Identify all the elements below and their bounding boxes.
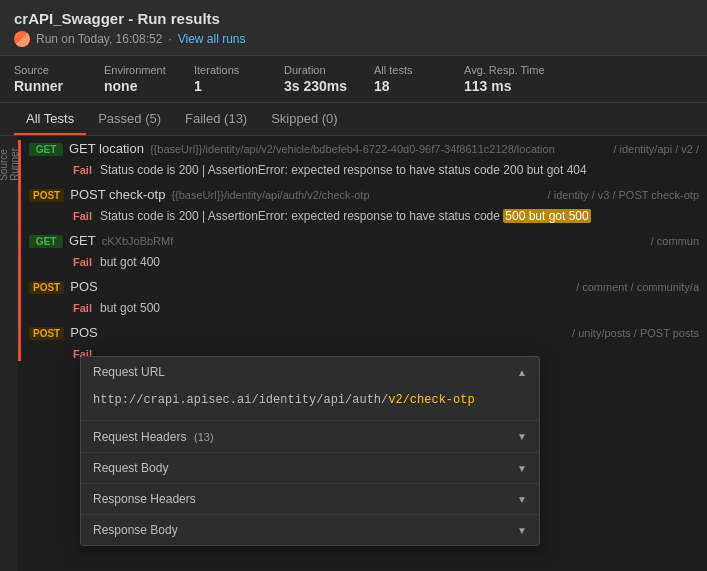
stat-tests-label: All tests: [374, 64, 444, 76]
test-row-post-check-otp: POST POST check-otp {{baseUrl}}/identity…: [21, 182, 707, 228]
dropdown-header-response-headers[interactable]: Response Headers ▼: [81, 484, 539, 514]
tab-all-tests[interactable]: All Tests: [14, 103, 86, 135]
stats-bar: Source Runner Environment none Iteration…: [0, 56, 707, 103]
stat-env-value: none: [104, 78, 174, 94]
request-body-label: Request Body: [93, 461, 168, 475]
request-url-label: Request URL: [93, 365, 165, 379]
stat-tests-value: 18: [374, 78, 444, 94]
test-section-indicator: GET GET location {{baseUrl}}/identity/ap…: [18, 136, 707, 365]
results-container: SourceRunner GET GET location {{baseUrl}…: [0, 136, 707, 571]
test-list: GET GET location {{baseUrl}}/identity/ap…: [18, 136, 707, 365]
source-runner-label: SourceRunner: [0, 144, 22, 185]
test-name-post-partial: POS: [70, 279, 97, 294]
method-badge-post3: POST: [29, 327, 64, 340]
test-main-get-partial: GET GET cKXbJoBbRMf / commun: [21, 228, 707, 253]
test-main-post-check-otp: POST POST check-otp {{baseUrl}}/identity…: [21, 182, 707, 207]
fail-sub-get-location: Fail Status code is 200 | AssertionError…: [21, 161, 707, 182]
dropdown-panel: Request URL ▲ http://crapi.apisec.ai/ide…: [80, 356, 540, 546]
stat-iter-label: Iterations: [194, 64, 264, 76]
test-name-post-posts: POS: [70, 325, 97, 340]
dropdown-section-response-body: Response Body ▼: [81, 515, 539, 545]
chevron-down-icon-resp-headers: ▼: [517, 494, 527, 505]
separator: ·: [168, 32, 171, 46]
test-main-post-posts: POST POS / unity/posts / POST posts: [21, 320, 707, 345]
test-row-get-partial: GET GET cKXbJoBbRMf / commun Fail but go…: [21, 228, 707, 274]
stat-dur-label: Duration: [284, 64, 354, 76]
tabs-bar: All Tests Passed (5) Failed (13) Skipped…: [0, 103, 707, 136]
method-badge-get: GET: [29, 143, 63, 156]
test-row-get-location: GET GET location {{baseUrl}}/identity/ap…: [21, 136, 707, 182]
method-badge-post: POST: [29, 189, 64, 202]
stat-iter-value: 1: [194, 78, 264, 94]
sidebar-source-runner: SourceRunner: [0, 136, 18, 571]
dropdown-section-request-headers: Request Headers (13) ▼: [81, 421, 539, 453]
dropdown-header-request-body[interactable]: Request Body ▼: [81, 453, 539, 483]
stat-avg-value: 113 ms: [464, 78, 545, 94]
stat-source-value: Runner: [14, 78, 84, 94]
fail-sub-post-partial: Fail but got 500: [21, 299, 707, 320]
test-rows: GET GET location {{baseUrl}}/identity/ap…: [21, 136, 707, 365]
request-url-prefix: http://crapi.apisec.ai/identity/api/auth…: [93, 393, 388, 407]
dropdown-header-response-body[interactable]: Response Body ▼: [81, 515, 539, 545]
dropdown-section-request-body: Request Body ▼: [81, 453, 539, 484]
breadcrumb-get-partial: / commun: [651, 235, 699, 247]
test-name-get-location: GET location: [69, 141, 144, 156]
fail-badge-get-location: Fail: [73, 163, 92, 176]
stat-source-label: Source: [14, 64, 84, 76]
fail-badge-get-partial: Fail: [73, 255, 92, 268]
stat-environment: Environment none: [104, 64, 194, 94]
fail-message-post-partial: but got 500: [100, 301, 699, 315]
chevron-down-icon-headers: ▼: [517, 431, 527, 442]
stat-dur-value: 3s 230ms: [284, 78, 354, 94]
fail-message-get-location: Status code is 200 | AssertionError: exp…: [100, 163, 699, 177]
dropdown-header-request-url[interactable]: Request URL ▲: [81, 357, 539, 387]
stat-env-label: Environment: [104, 64, 174, 76]
postman-icon: [14, 31, 30, 47]
stat-all-tests: All tests 18: [374, 64, 464, 94]
breadcrumb-post-check-otp: / identity / v3 / POST check-otp: [548, 189, 699, 201]
fail-message-get-partial: but got 400: [100, 255, 699, 269]
test-url-post-check-otp: {{baseUrl}}/identity/api/auth/v2/check-o…: [171, 189, 541, 201]
test-main-post-partial: POST POS / comment / community/a: [21, 274, 707, 299]
breadcrumb-get-location: / identity/api / v2 /: [613, 143, 699, 155]
response-body-label: Response Body: [93, 523, 178, 537]
dropdown-section-response-headers: Response Headers ▼: [81, 484, 539, 515]
tab-failed[interactable]: Failed (13): [173, 103, 259, 135]
request-headers-row: Request Headers (13): [93, 429, 214, 444]
view-all-runs-link[interactable]: View all runs: [178, 32, 246, 46]
breadcrumb-post-posts: / unity/posts / POST posts: [572, 327, 699, 339]
test-main-get-location: GET GET location {{baseUrl}}/identity/ap…: [21, 136, 707, 161]
test-url-get-partial: cKXbJoBbRMf: [102, 235, 645, 247]
method-badge-get2: GET: [29, 235, 63, 248]
tab-passed[interactable]: Passed (5): [86, 103, 173, 135]
highlight-500: 500 but got 500: [503, 209, 590, 223]
breadcrumb-post-partial: / comment / community/a: [576, 281, 699, 293]
chevron-down-icon-body: ▼: [517, 463, 527, 474]
run-timestamp: Run on Today, 16:08:52: [36, 32, 162, 46]
dropdown-content-request-url: http://crapi.apisec.ai/identity/api/auth…: [81, 387, 539, 420]
header-subtitle: Run on Today, 16:08:52 · View all runs: [14, 31, 693, 47]
stat-source: Source Runner: [14, 64, 104, 94]
header: crAPI_Swagger - Run results Run on Today…: [0, 0, 707, 56]
method-badge-post2: POST: [29, 281, 64, 294]
fail-message-post-check-otp: Status code is 200 | AssertionError: exp…: [100, 209, 699, 223]
test-row-post-partial: POST POS / comment / community/a Fail bu…: [21, 274, 707, 320]
request-headers-count: (13): [194, 431, 214, 443]
stat-duration: Duration 3s 230ms: [284, 64, 374, 94]
test-name-get-partial: GET: [69, 233, 96, 248]
test-url-get-location: {{baseUrl}}/identity/api/v2/vehicle/bdbe…: [150, 143, 607, 155]
stat-iterations: Iterations 1: [194, 64, 284, 94]
dropdown-section-request-url: Request URL ▲ http://crapi.apisec.ai/ide…: [81, 357, 539, 421]
response-headers-label: Response Headers: [93, 492, 196, 506]
test-name-post-check-otp: POST check-otp: [70, 187, 165, 202]
chevron-up-icon: ▲: [517, 367, 527, 378]
request-headers-label: Request Headers: [93, 430, 186, 444]
chevron-down-icon-resp-body: ▼: [517, 525, 527, 536]
fail-badge-post-partial: Fail: [73, 301, 92, 314]
stat-avg-label: Avg. Resp. Time: [464, 64, 545, 76]
fail-sub-post-check-otp: Fail Status code is 200 | AssertionError…: [21, 207, 707, 228]
page-title: crAPI_Swagger - Run results: [14, 10, 693, 27]
tab-skipped[interactable]: Skipped (0): [259, 103, 349, 135]
dropdown-header-request-headers[interactable]: Request Headers (13) ▼: [81, 421, 539, 452]
stat-avg-resp: Avg. Resp. Time 113 ms: [464, 64, 565, 94]
